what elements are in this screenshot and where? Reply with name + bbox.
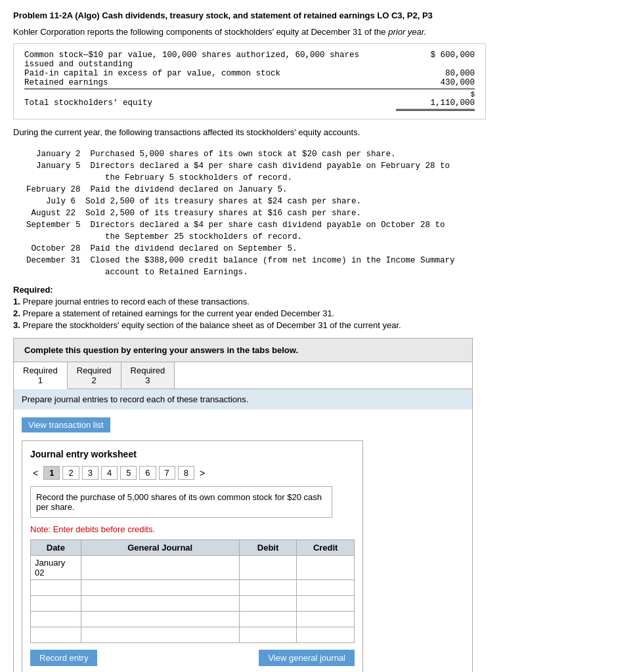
equity-box: Common stock—$10 par value, 100,000 shar… [13,43,486,119]
page-4-button[interactable]: 4 [101,466,118,480]
gj-input-5[interactable] [84,630,236,640]
general-journal-header: General Journal [81,540,239,556]
date-header: Date [31,540,81,556]
prev-page-arrow[interactable]: < [30,467,41,480]
debit-header: Debit [239,540,297,556]
pagination-row: < 1 2 3 4 5 6 7 8 > [30,466,355,480]
date-cell-3 [31,596,81,612]
journal-worksheet-title: Journal entry worksheet [30,449,355,459]
clear-button-row: Clear entry [30,669,355,672]
tabs-row: Required1 Required2 Required3 [14,362,472,389]
credit-input-3[interactable] [299,598,351,608]
gj-input-2[interactable] [84,583,236,593]
view-general-journal-button[interactable]: View general journal [259,650,355,666]
debit-cell-3[interactable] [239,596,297,612]
debit-input-1[interactable] [242,563,294,573]
journal-worksheet: Journal entry worksheet < 1 2 3 4 5 6 7 … [22,440,363,672]
gj-input-4[interactable] [84,614,236,624]
note-text: Note: Enter debits before credits. [30,524,355,534]
page-5-button[interactable]: 5 [120,466,137,480]
credit-input-5[interactable] [299,630,351,640]
debit-cell-5[interactable] [239,627,297,643]
credit-input-2[interactable] [299,583,351,593]
debit-input-2[interactable] [242,583,294,593]
table-row [31,612,355,627]
gj-cell-1[interactable] [81,556,239,580]
debit-input-4[interactable] [242,614,294,624]
transactions-section: During the current year, the following t… [13,127,622,277]
button-row: Record entry View general journal [30,650,355,666]
gj-cell-2[interactable] [81,580,239,596]
table-row: January02 [31,556,355,580]
page-7-button[interactable]: 7 [159,466,175,480]
page-8-button[interactable]: 8 [178,466,194,480]
required-section: Required: 1. Prepare journal entries to … [13,285,622,330]
debit-input-5[interactable] [242,630,294,640]
date-cell-4 [31,612,81,627]
gj-input-3[interactable] [84,598,236,608]
credit-cell-3[interactable] [297,596,355,612]
tab-content: Prepare journal entries to record each o… [14,389,472,410]
transaction-description: Record the purchase of 5,000 shares of i… [30,486,332,518]
credit-cell-2[interactable] [297,580,355,596]
tab-required-1[interactable]: Required1 [14,362,68,389]
date-cell-5 [31,627,81,643]
page-3-button[interactable]: 3 [82,466,99,480]
table-row [31,627,355,643]
table-row [31,596,355,612]
credit-input-4[interactable] [299,614,351,624]
gj-cell-3[interactable] [81,596,239,612]
intro-text: Kohler Corporation reports the following… [13,27,622,37]
complete-box: Complete this question by entering your … [13,338,473,362]
tabs-container: Required1 Required2 Required3 Prepare jo… [13,362,473,672]
debit-cell-4[interactable] [239,612,297,627]
gj-input-1[interactable] [84,563,236,573]
next-page-arrow[interactable]: > [197,467,208,480]
record-entry-button[interactable]: Record entry [30,650,97,666]
table-row [31,580,355,596]
gj-cell-4[interactable] [81,612,239,627]
credit-header: Credit [297,540,355,556]
page-2-button[interactable]: 2 [62,466,79,480]
credit-cell-4[interactable] [297,612,355,627]
date-cell-2 [31,580,81,596]
tab-required-3[interactable]: Required3 [121,362,175,388]
debit-cell-1[interactable] [239,556,297,580]
debit-cell-2[interactable] [239,580,297,596]
problem-title: Problem 11-2A (Algo) Cash dividends, tre… [13,10,622,20]
view-transaction-list-button[interactable]: View transaction list [22,417,110,432]
page-1-button[interactable]: 1 [43,466,60,480]
page-6-button[interactable]: 6 [139,466,156,480]
debit-input-3[interactable] [242,598,294,608]
credit-cell-5[interactable] [297,627,355,643]
journal-table: Date General Journal Debit Credit Januar… [30,539,355,643]
credit-input-1[interactable] [299,563,351,573]
credit-cell-1[interactable] [297,556,355,580]
date-cell-1: January02 [31,556,81,580]
tab-required-2[interactable]: Required2 [68,362,121,388]
gj-cell-5[interactable] [81,627,239,643]
